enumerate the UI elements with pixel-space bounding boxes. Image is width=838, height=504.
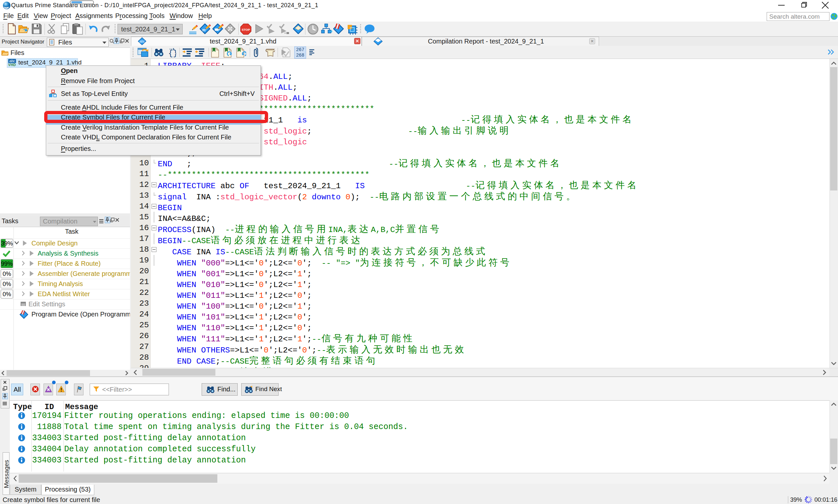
svg-text:STOP: STOP xyxy=(242,28,250,32)
svg-text:{}: {} xyxy=(168,49,176,58)
